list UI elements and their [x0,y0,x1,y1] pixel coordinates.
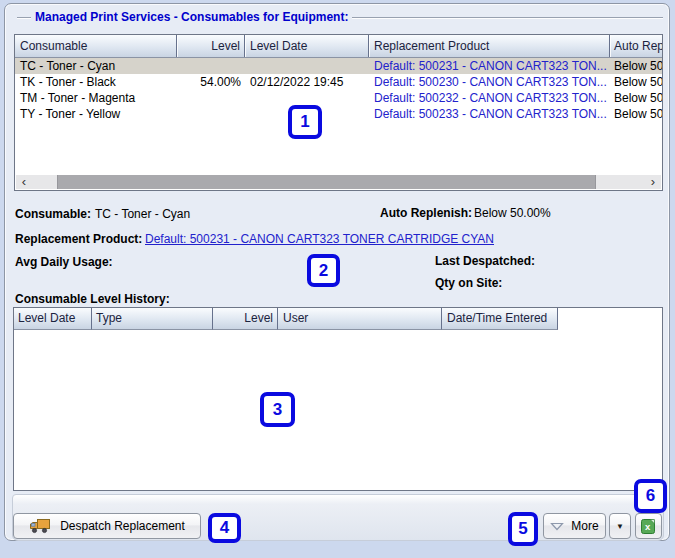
column-header-level[interactable]: Level [177,35,245,57]
auto-replenish-label: Auto Replenish: [380,206,472,220]
cell-level [177,90,245,106]
cell-auto-rep: Below 50. [610,74,662,90]
cell-auto-rep: Below 50. [610,106,662,122]
history-header-filler [558,308,662,330]
scroll-left-icon[interactable]: ‹ [16,175,32,189]
panel-title: Managed Print Services - Consumables for… [31,10,352,24]
qty-on-site-label: Qty on Site: [435,276,502,290]
replacement-product-link[interactable]: Default: 500231 - CANON CART323 TONER CA… [145,232,494,246]
despatch-replacement-button[interactable]: Despatch Replacement [13,513,201,539]
last-despatched-label: Last Despatched: [435,254,535,268]
consumable-value: TC - Toner - Cyan [95,207,190,221]
column-header-level[interactable]: Level [213,308,278,330]
callout-5: 5 [508,512,538,546]
callout-1: 1 [288,105,322,139]
column-header-user[interactable]: User [278,308,442,330]
more-dropdown-button[interactable]: ▼ [609,513,631,539]
consumables-panel: Managed Print Services - Consumables for… [4,3,670,541]
table-row[interactable]: TM - Toner - Magenta Default: 500232 - C… [15,90,662,106]
excel-export-icon: x [640,518,657,535]
svg-text:x: x [645,521,651,532]
column-header-auto-rep[interactable]: Auto Rep [610,35,662,57]
cell-replacement-product: Default: 500233 - CANON CART323 TON... [369,106,610,122]
truck-icon [29,518,51,534]
column-header-replacement-product[interactable]: Replacement Product [369,35,610,57]
consumable-level-history-table: Level Date Type Level User Date/Time Ent… [13,307,663,491]
more-label: More [571,519,598,533]
column-header-type[interactable]: Type [92,308,213,330]
auto-replenish-value: Below 50.00% [474,206,551,220]
caret-down-icon: ▼ [616,522,624,531]
column-header-level-date[interactable]: Level Date [14,308,92,330]
column-header-consumable[interactable]: Consumable [15,35,177,57]
cell-consumable: TK - Toner - Black [15,74,177,90]
cell-replacement-product: Default: 500230 - CANON CART323 TON... [369,74,610,90]
history-section-label: Consumable Level History: [15,292,170,306]
consumables-table: Consumable Level Level Date Replacement … [14,34,663,191]
callout-6: 6 [634,479,667,513]
table-row[interactable]: TY - Toner - Yellow Default: 500233 - CA… [15,106,662,122]
cell-consumable: TY - Toner - Yellow [15,106,177,122]
cell-level [177,58,245,74]
cell-level-date [245,58,369,74]
horizontal-scrollbar[interactable]: ‹ › [16,175,661,189]
cell-replacement-product: Default: 500232 - CANON CART323 TON... [369,90,610,106]
cell-level-date [245,90,369,106]
column-header-level-date[interactable]: Level Date [245,35,369,57]
cell-replacement-product: Default: 500231 - CANON CART323 TON... [369,58,610,74]
triangle-down-outline-icon [550,522,564,531]
consumable-label: Consumable: [15,207,91,221]
history-table-header: Level Date Type Level User Date/Time Ent… [14,308,662,330]
column-header-date-time-entered[interactable]: Date/Time Entered [442,308,558,330]
export-to-excel-button[interactable]: x [635,513,662,539]
despatch-replacement-label: Despatch Replacement [60,519,185,533]
callout-2: 2 [307,254,340,287]
table-row[interactable]: TK - Toner - Black 54.00% 02/12/2022 19:… [15,74,662,90]
cell-auto-rep: Below 50. [610,58,662,74]
cell-level [177,106,245,122]
consumables-table-header: Consumable Level Level Date Replacement … [15,35,662,58]
scroll-right-icon[interactable]: › [645,175,661,189]
cell-consumable: TC - Toner - Cyan [15,58,177,74]
avg-daily-usage-label: Avg Daily Usage: [15,255,113,269]
more-button[interactable]: More [543,513,606,539]
screen: Managed Print Services - Consumables for… [0,0,675,558]
callout-3: 3 [260,392,295,427]
table-row[interactable]: TC - Toner - Cyan Default: 500231 - CANO… [15,58,662,74]
callout-4: 4 [208,513,241,543]
cell-level-date: 02/12/2022 19:45 [245,74,369,90]
scrollbar-thumb[interactable] [57,175,596,189]
cell-level: 54.00% [177,74,245,90]
cell-consumable: TM - Toner - Magenta [15,90,177,106]
replacement-product-label: Replacement Product: [15,232,142,246]
cell-auto-rep: Below 50. [610,90,662,106]
